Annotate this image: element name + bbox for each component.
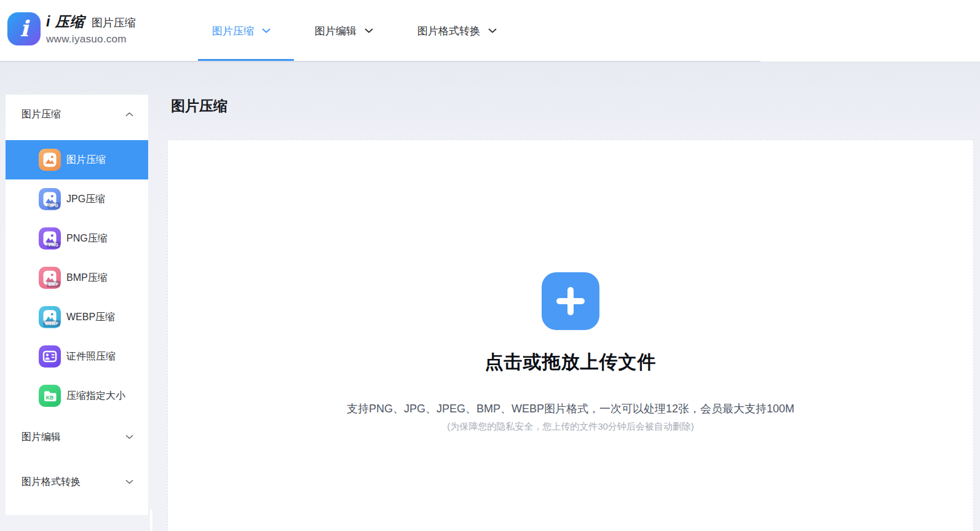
logo[interactable]: i i 压缩 图片压缩 www.iyasuo.com [7,12,136,45]
nav-item-label: 图片压缩 [212,24,254,38]
sidebar-scrollbar-thumb[interactable] [150,509,152,531]
brand-subtitle: 图片压缩 [92,15,136,30]
sidebar-group-label: 图片压缩 [22,108,61,121]
sidebar-item-label: 压缩指定大小 [66,390,125,403]
upload-privacy-note: (为保障您的隐私安全，您上传的文件30分钟后会被自动删除) [168,421,973,433]
brand-name: i 压缩 [46,12,85,31]
upload-support-text: 支持PNG、JPG、JPEG、BMP、WEBP图片格式，一次可以处理12张，会员… [168,401,973,416]
jpg-compress-icon: JPG [39,188,61,210]
kb-badge-text: KB [46,395,53,401]
sidebar-item-label: WEBP压缩 [66,311,115,324]
page-title: 图片压缩 [171,96,227,116]
chevron-down-icon [262,28,271,33]
chevron-down-icon [365,28,373,33]
kb-folder-icon: KB [39,385,61,407]
sidebar-item-label: PNG压缩 [66,232,108,245]
sidebar-group-image-edit[interactable]: 图片编辑 [6,417,148,457]
chevron-down-icon [488,28,497,33]
sidebar-group-label: 图片格式转换 [22,476,81,489]
sidebar-item-label: BMP压缩 [66,272,108,285]
png-compress-icon: PNG [39,227,61,250]
format-badge: BMP [47,281,60,288]
nav-item-format-convert[interactable]: 图片格式转换 [417,24,497,38]
sidebar: 图片压缩 图片压缩 JPG JPG压缩 [6,95,148,515]
logo-glyph: i [20,17,28,39]
plus-icon[interactable] [542,272,599,330]
nav-item-label: 图片编辑 [315,24,357,38]
bmp-compress-icon: BMP [39,267,61,289]
webp-compress-icon: WEBP [39,306,61,328]
id-photo-icon [39,345,61,368]
top-nav: 图片压缩 图片编辑 图片格式转换 [212,0,497,61]
sidebar-item-id-photo-compress[interactable]: 证件照压缩 [6,337,148,376]
nav-item-image-edit[interactable]: 图片编辑 [315,24,373,38]
chevron-down-icon [125,435,133,439]
top-header: i i 压缩 图片压缩 www.iyasuo.com 图片压缩 图片编辑 图片格… [0,0,980,61]
sidebar-item-compress-to-size[interactable]: KB 压缩指定大小 [6,376,148,415]
format-badge: PNG [47,242,60,248]
brand-domain: www.iyasuo.com [46,33,136,45]
sidebar-item-label: 图片压缩 [66,154,106,167]
header-shadow-line [0,61,761,62]
logo-text: i 压缩 图片压缩 www.iyasuo.com [46,12,136,45]
sidebar-group-label: 图片编辑 [22,431,61,444]
nav-item-label: 图片格式转换 [417,24,480,38]
sidebar-group-format-convert[interactable]: 图片格式转换 [6,462,148,502]
sidebar-item-label: JPG压缩 [66,193,105,206]
sidebar-item-image-compress[interactable]: 图片压缩 [6,140,148,179]
sidebar-item-label: 证件照压缩 [66,350,116,363]
sidebar-group-image-compress[interactable]: 图片压缩 [6,95,148,134]
nav-item-image-compress[interactable]: 图片压缩 [212,24,271,38]
sidebar-item-webp-compress[interactable]: WEBP WEBP压缩 [6,297,148,337]
upload-headline: 点击或拖放上传文件 [168,350,973,375]
plus-bar-vertical [567,287,574,315]
upload-dropzone[interactable]: 点击或拖放上传文件 支持PNG、JPG、JPEG、BMP、WEBP图片格式，一次… [167,140,974,531]
image-compress-icon [39,149,61,171]
sidebar-item-jpg-compress[interactable]: JPG JPG压缩 [6,179,148,219]
format-badge: WEBP [43,320,60,327]
brand-logo-icon: i [7,12,41,45]
sidebar-item-png-compress[interactable]: PNG PNG压缩 [6,219,148,258]
sidebar-item-bmp-compress[interactable]: BMP BMP压缩 [6,258,148,297]
chevron-down-icon [125,479,133,484]
format-badge: JPG [47,202,60,209]
chevron-up-icon [125,112,133,117]
